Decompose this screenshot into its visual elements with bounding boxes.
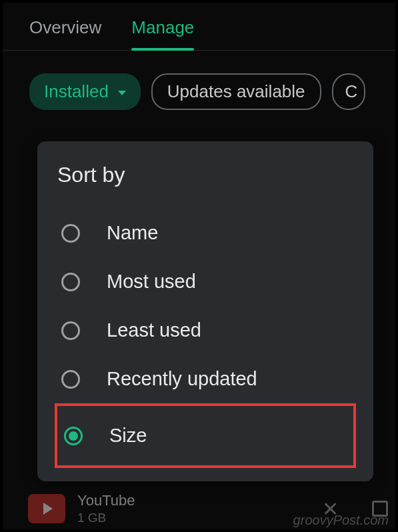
sort-option-label: Most used: [107, 271, 196, 293]
sort-option-size[interactable]: Size: [60, 411, 351, 460]
watermark: groovyPost.com: [293, 513, 389, 528]
radio-icon: [61, 224, 80, 243]
tab-manage[interactable]: Manage: [131, 17, 194, 50]
filter-chips-row: Installed Updates available C: [3, 51, 395, 110]
sort-option-most-used[interactable]: Most used: [57, 257, 353, 306]
chip-updates-available[interactable]: Updates available: [151, 73, 321, 110]
chip-updates-label: Updates available: [167, 81, 305, 102]
radio-icon: [61, 273, 80, 291]
play-icon: [43, 503, 53, 515]
app-name: YouTube: [77, 492, 135, 509]
sort-option-label: Size: [109, 425, 147, 447]
app-size: 1 GB: [77, 511, 135, 525]
sort-title: Sort by: [57, 163, 353, 187]
chip-installed-label: Installed: [44, 81, 109, 102]
radio-icon: [61, 321, 80, 340]
chip-installed[interactable]: Installed: [29, 73, 141, 110]
chevron-down-icon: [118, 91, 126, 95]
sort-option-recently-updated[interactable]: Recently updated: [57, 355, 353, 403]
highlight-annotation: Size: [55, 403, 356, 468]
sort-by-dialog: Sort by Name Most used Least used Recent…: [37, 141, 373, 481]
sort-option-least-used[interactable]: Least used: [57, 306, 353, 355]
tab-overview[interactable]: Overview: [29, 17, 101, 50]
radio-icon: [61, 370, 80, 389]
sort-option-label: Least used: [107, 319, 201, 341]
sort-option-name[interactable]: Name: [57, 209, 353, 257]
youtube-icon: [28, 494, 65, 523]
tabs-bar: Overview Manage: [3, 3, 395, 51]
sort-option-label: Recently updated: [107, 368, 257, 390]
chip-partial[interactable]: C: [332, 73, 366, 110]
chip-partial-label: C: [345, 81, 358, 102]
sort-option-label: Name: [107, 222, 158, 244]
radio-selected-icon: [64, 427, 83, 445]
app-info: YouTube 1 GB: [77, 492, 135, 525]
